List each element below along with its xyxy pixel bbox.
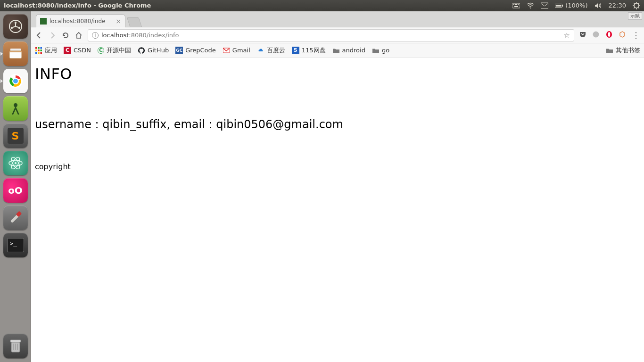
launcher-android-studio[interactable] <box>3 96 28 121</box>
svg-rect-5 <box>514 6 518 7</box>
session-gear-icon[interactable] <box>633 2 640 9</box>
bookmark-github[interactable]: GitHub <box>138 47 169 54</box>
site-info-icon[interactable]: i <box>92 32 99 39</box>
bookmark-gmail[interactable]: Gmail <box>223 47 250 54</box>
svg-rect-29 <box>9 51 22 52</box>
copyright-text: copyright <box>35 162 640 171</box>
bookmark-star-icon[interactable]: ☆ <box>564 31 570 40</box>
svg-rect-3 <box>516 4 517 5</box>
bookmark-label: 开源中国 <box>107 46 131 55</box>
ubuntu-menubar: localhost:8080/index/info - Google Chrom… <box>0 0 644 11</box>
launcher-sublime[interactable]: S <box>3 123 28 148</box>
svg-rect-51 <box>38 49 40 51</box>
launcher-terminal[interactable]: >_ <box>3 233 28 257</box>
svg-rect-0 <box>512 3 520 8</box>
bookmark-baiduyun[interactable]: 百度云 <box>257 46 285 55</box>
bookmark-label: GrepCode <box>185 47 216 54</box>
battery-percent: (100%) <box>565 2 587 9</box>
page-content: INFO username : qibin_suffix, email : qi… <box>31 58 644 362</box>
browser-tab[interactable]: localhost:8080/inde × <box>36 14 125 27</box>
chrome-toolbar: i localhost:8080/index/info ☆ ⋮ <box>31 27 644 43</box>
svg-rect-7 <box>541 3 548 8</box>
folder-icon <box>606 47 613 54</box>
svg-rect-55 <box>41 52 42 54</box>
csdn-favicon-icon: C <box>64 47 71 54</box>
launcher-dash[interactable] <box>3 14 28 39</box>
svg-point-23 <box>18 27 20 29</box>
svg-rect-4 <box>518 4 519 5</box>
bookmarks-bar: 应用 C CSDN C 开源中国 GitHub GC GrepCode Gmai… <box>31 43 644 58</box>
ime-indicator[interactable]: 示赋 <box>628 12 642 20</box>
launcher-chrome[interactable] <box>3 69 28 93</box>
svg-rect-54 <box>38 52 40 54</box>
clock-text[interactable]: 22:30 <box>609 2 626 9</box>
bookmark-folder-android[interactable]: android <box>332 47 365 54</box>
new-tab-button[interactable] <box>127 17 142 27</box>
back-button[interactable] <box>35 31 43 40</box>
launcher-settings[interactable] <box>3 206 28 230</box>
mail-icon[interactable] <box>541 2 548 9</box>
svg-point-6 <box>530 8 531 8</box>
volume-icon[interactable] <box>594 2 602 9</box>
other-bookmarks-label: 其他书签 <box>616 46 640 55</box>
folder-icon <box>372 47 380 54</box>
pocket-extension-icon[interactable] <box>579 31 586 40</box>
tab-title: localhost:8080/inde <box>50 18 105 25</box>
wifi-icon[interactable] <box>527 2 534 9</box>
extension-icon[interactable] <box>619 31 626 40</box>
reload-button[interactable] <box>61 31 70 40</box>
svg-rect-49 <box>41 47 42 49</box>
svg-rect-52 <box>41 49 42 51</box>
launcher-trash[interactable] <box>3 334 28 358</box>
address-host: localhost:8080/index/info <box>101 32 179 39</box>
apps-grid-icon <box>35 47 42 54</box>
launcher-files[interactable] <box>3 41 28 66</box>
bookmark-folder-go[interactable]: go <box>372 47 389 54</box>
opera-extension-icon[interactable] <box>605 31 613 40</box>
home-button[interactable] <box>74 31 83 40</box>
forward-button[interactable] <box>48 31 57 40</box>
gmail-favicon-icon <box>223 47 230 54</box>
battery-icon[interactable]: (100%) <box>555 1 587 10</box>
svg-rect-10 <box>556 5 561 7</box>
launcher-oo[interactable]: oO <box>3 178 28 203</box>
tab-close-icon[interactable]: × <box>116 18 121 25</box>
svg-point-11 <box>634 3 639 8</box>
bookmark-csdn[interactable]: C CSDN <box>64 47 91 54</box>
chrome-menu-icon[interactable]: ⋮ <box>632 34 640 36</box>
svg-point-22 <box>10 27 12 29</box>
svg-rect-40 <box>10 340 21 342</box>
system-tray: (100%) 22:30 <box>512 1 640 10</box>
svg-line-17 <box>638 7 639 8</box>
svg-point-21 <box>14 22 16 24</box>
svg-rect-48 <box>38 47 40 49</box>
bookmark-label: Gmail <box>232 47 250 54</box>
svg-line-16 <box>634 3 635 4</box>
tab-favicon-icon <box>40 18 47 25</box>
bookmark-115[interactable]: 5 115网盘 <box>292 46 326 55</box>
launcher-atom[interactable] <box>3 151 28 175</box>
svg-line-19 <box>638 3 639 4</box>
svg-line-25 <box>13 26 16 27</box>
svg-line-26 <box>16 26 18 27</box>
other-bookmarks[interactable]: 其他书签 <box>606 46 640 55</box>
grepcode-favicon-icon: GC <box>175 47 183 54</box>
svg-rect-9 <box>562 5 563 7</box>
chrome-tabstrip: localhost:8080/inde × <box>31 11 644 27</box>
bookmark-label: CSDN <box>74 47 91 54</box>
keyboard-icon[interactable] <box>512 2 520 9</box>
page-heading: INFO <box>35 65 640 83</box>
svg-rect-2 <box>515 4 516 5</box>
bookmark-label: android <box>342 47 365 54</box>
bookmark-grepcode[interactable]: GC GrepCode <box>175 47 216 54</box>
adblock-extension-icon[interactable] <box>592 31 600 40</box>
bookmark-oschina[interactable]: C 开源中国 <box>98 46 131 55</box>
address-bar[interactable]: i localhost:8080/index/info ☆ <box>88 29 574 41</box>
bookmark-label: GitHub <box>148 47 169 54</box>
apps-shortcut[interactable]: 应用 <box>35 46 57 55</box>
svg-rect-1 <box>513 4 514 5</box>
svg-point-44 <box>593 31 599 37</box>
extension-icons: ⋮ <box>579 31 640 40</box>
info-line: username : qibin_suffix, email : qibin05… <box>35 118 640 131</box>
svg-rect-47 <box>35 47 37 49</box>
